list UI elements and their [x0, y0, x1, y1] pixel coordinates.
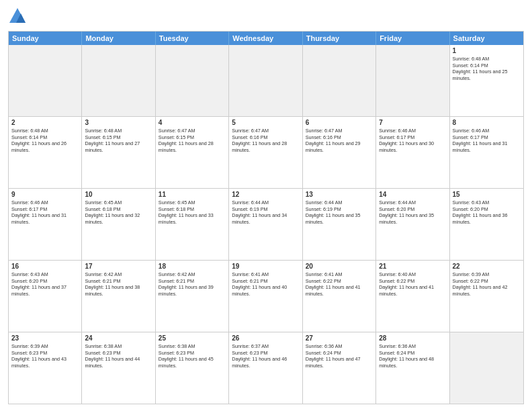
day-info: Sunrise: 6:42 AM Sunset: 6:21 PM Dayligh… [85, 271, 152, 298]
logo-icon [8, 7, 27, 26]
day-info: Sunrise: 6:36 AM Sunset: 6:24 PM Dayligh… [306, 343, 373, 369]
day-number: 13 [306, 191, 373, 198]
day-info: Sunrise: 6:46 AM Sunset: 6:17 PM Dayligh… [11, 199, 79, 226]
calendar-row-4: 16Sunrise: 6:43 AM Sunset: 6:20 PM Dayli… [9, 261, 523, 332]
header-day-friday: Friday [376, 32, 449, 45]
calendar-cell-17: 17Sunrise: 6:42 AM Sunset: 6:21 PM Dayli… [82, 261, 155, 332]
calendar-cell-15: 15Sunrise: 6:43 AM Sunset: 6:20 PM Dayli… [450, 189, 523, 260]
calendar-cell-20: 20Sunrise: 6:41 AM Sunset: 6:22 PM Dayli… [303, 261, 376, 332]
day-info: Sunrise: 6:40 AM Sunset: 6:22 PM Dayligh… [379, 271, 446, 298]
calendar-cell-10: 10Sunrise: 6:45 AM Sunset: 6:18 PM Dayli… [82, 189, 155, 260]
calendar-row-1: 1Sunrise: 6:48 AM Sunset: 6:14 PM Daylig… [9, 45, 523, 117]
day-info: Sunrise: 6:43 AM Sunset: 6:20 PM Dayligh… [453, 199, 521, 226]
calendar-row-5: 23Sunrise: 6:39 AM Sunset: 6:23 PM Dayli… [9, 332, 523, 404]
calendar-cell-7: 7Sunrise: 6:46 AM Sunset: 6:17 PM Daylig… [376, 117, 449, 188]
calendar-cell-16: 16Sunrise: 6:43 AM Sunset: 6:20 PM Dayli… [9, 261, 82, 332]
calendar-cell-5: 5Sunrise: 6:47 AM Sunset: 6:16 PM Daylig… [229, 117, 302, 188]
calendar-cell-24: 24Sunrise: 6:38 AM Sunset: 6:23 PM Dayli… [82, 332, 155, 404]
day-info: Sunrise: 6:37 AM Sunset: 6:23 PM Dayligh… [232, 343, 299, 369]
day-info: Sunrise: 6:44 AM Sunset: 6:19 PM Dayligh… [232, 199, 299, 226]
calendar-cell-empty-0-5 [376, 45, 449, 116]
day-number: 1 [453, 47, 521, 54]
day-number: 21 [379, 263, 446, 270]
day-info: Sunrise: 6:47 AM Sunset: 6:15 PM Dayligh… [159, 128, 226, 154]
day-info: Sunrise: 6:38 AM Sunset: 6:23 PM Dayligh… [159, 343, 226, 369]
header-day-tuesday: Tuesday [156, 32, 229, 45]
header-day-thursday: Thursday [303, 32, 376, 45]
calendar-body: 1Sunrise: 6:48 AM Sunset: 6:14 PM Daylig… [9, 45, 523, 404]
calendar-cell-empty-0-4 [303, 45, 376, 116]
calendar-cell-18: 18Sunrise: 6:42 AM Sunset: 6:21 PM Dayli… [156, 261, 229, 332]
day-number: 27 [306, 334, 373, 342]
calendar-cell-12: 12Sunrise: 6:44 AM Sunset: 6:19 PM Dayli… [229, 189, 302, 260]
calendar-cell-14: 14Sunrise: 6:44 AM Sunset: 6:20 PM Dayli… [376, 189, 449, 260]
calendar-cell-empty-0-2 [156, 45, 229, 116]
calendar-cell-8: 8Sunrise: 6:46 AM Sunset: 6:17 PM Daylig… [450, 117, 523, 188]
calendar-cell-23: 23Sunrise: 6:39 AM Sunset: 6:23 PM Dayli… [9, 332, 82, 404]
day-info: Sunrise: 6:45 AM Sunset: 6:18 PM Dayligh… [85, 199, 152, 226]
day-info: Sunrise: 6:44 AM Sunset: 6:20 PM Dayligh… [379, 199, 446, 226]
header [8, 7, 524, 26]
day-number: 11 [159, 191, 226, 198]
day-number: 23 [11, 334, 79, 342]
calendar-cell-11: 11Sunrise: 6:45 AM Sunset: 6:18 PM Dayli… [156, 189, 229, 260]
day-number: 7 [379, 119, 446, 126]
header-day-wednesday: Wednesday [229, 32, 302, 45]
calendar-cell-1: 1Sunrise: 6:48 AM Sunset: 6:14 PM Daylig… [450, 45, 523, 116]
day-info: Sunrise: 6:43 AM Sunset: 6:20 PM Dayligh… [11, 271, 79, 298]
calendar-cell-9: 9Sunrise: 6:46 AM Sunset: 6:17 PM Daylig… [9, 189, 82, 260]
day-number: 22 [453, 263, 521, 270]
logo [8, 7, 30, 26]
day-number: 20 [306, 263, 373, 270]
calendar-header: SundayMondayTuesdayWednesdayThursdayFrid… [9, 32, 523, 45]
calendar-cell-empty-0-3 [229, 45, 302, 116]
day-number: 17 [85, 263, 152, 270]
day-number: 10 [85, 191, 152, 198]
calendar-cell-22: 22Sunrise: 6:39 AM Sunset: 6:22 PM Dayli… [450, 261, 523, 332]
header-day-sunday: Sunday [9, 32, 82, 45]
page: SundayMondayTuesdayWednesdayThursdayFrid… [0, 0, 532, 411]
day-info: Sunrise: 6:42 AM Sunset: 6:21 PM Dayligh… [159, 271, 226, 298]
calendar-cell-4: 4Sunrise: 6:47 AM Sunset: 6:15 PM Daylig… [156, 117, 229, 188]
day-number: 24 [85, 334, 152, 342]
day-info: Sunrise: 6:48 AM Sunset: 6:14 PM Dayligh… [453, 56, 521, 82]
calendar-cell-2: 2Sunrise: 6:48 AM Sunset: 6:14 PM Daylig… [9, 117, 82, 188]
calendar-cell-21: 21Sunrise: 6:40 AM Sunset: 6:22 PM Dayli… [376, 261, 449, 332]
calendar-row-2: 2Sunrise: 6:48 AM Sunset: 6:14 PM Daylig… [9, 117, 523, 189]
day-number: 12 [232, 191, 299, 198]
day-number: 28 [379, 334, 446, 342]
day-info: Sunrise: 6:45 AM Sunset: 6:18 PM Dayligh… [159, 199, 226, 226]
calendar-cell-28: 28Sunrise: 6:36 AM Sunset: 6:24 PM Dayli… [376, 332, 449, 404]
calendar-cell-19: 19Sunrise: 6:41 AM Sunset: 6:21 PM Dayli… [229, 261, 302, 332]
day-number: 2 [11, 119, 79, 126]
calendar-cell-3: 3Sunrise: 6:48 AM Sunset: 6:15 PM Daylig… [82, 117, 155, 188]
day-number: 15 [453, 191, 521, 198]
day-number: 4 [159, 119, 226, 126]
day-number: 9 [11, 191, 79, 198]
day-info: Sunrise: 6:44 AM Sunset: 6:19 PM Dayligh… [306, 199, 373, 226]
calendar-row-3: 9Sunrise: 6:46 AM Sunset: 6:17 PM Daylig… [9, 189, 523, 261]
calendar-cell-6: 6Sunrise: 6:47 AM Sunset: 6:16 PM Daylig… [303, 117, 376, 188]
day-info: Sunrise: 6:46 AM Sunset: 6:17 PM Dayligh… [379, 128, 446, 154]
calendar-cell-25: 25Sunrise: 6:38 AM Sunset: 6:23 PM Dayli… [156, 332, 229, 404]
day-number: 6 [306, 119, 373, 126]
day-info: Sunrise: 6:41 AM Sunset: 6:21 PM Dayligh… [232, 271, 299, 298]
day-info: Sunrise: 6:46 AM Sunset: 6:17 PM Dayligh… [453, 128, 521, 154]
day-info: Sunrise: 6:38 AM Sunset: 6:23 PM Dayligh… [85, 343, 152, 369]
day-number: 14 [379, 191, 446, 198]
header-day-saturday: Saturday [450, 32, 523, 45]
calendar-cell-empty-0-1 [82, 45, 155, 116]
calendar-cell-27: 27Sunrise: 6:36 AM Sunset: 6:24 PM Dayli… [303, 332, 376, 404]
day-number: 16 [11, 263, 79, 270]
calendar-cell-13: 13Sunrise: 6:44 AM Sunset: 6:19 PM Dayli… [303, 189, 376, 260]
day-number: 5 [232, 119, 299, 126]
day-number: 3 [85, 119, 152, 126]
header-day-monday: Monday [82, 32, 155, 45]
day-number: 8 [453, 119, 521, 126]
day-info: Sunrise: 6:36 AM Sunset: 6:24 PM Dayligh… [379, 343, 446, 369]
day-info: Sunrise: 6:47 AM Sunset: 6:16 PM Dayligh… [232, 128, 299, 154]
day-number: 26 [232, 334, 299, 342]
calendar: SundayMondayTuesdayWednesdayThursdayFrid… [8, 31, 524, 404]
calendar-cell-26: 26Sunrise: 6:37 AM Sunset: 6:23 PM Dayli… [229, 332, 302, 404]
day-info: Sunrise: 6:39 AM Sunset: 6:22 PM Dayligh… [453, 271, 521, 298]
